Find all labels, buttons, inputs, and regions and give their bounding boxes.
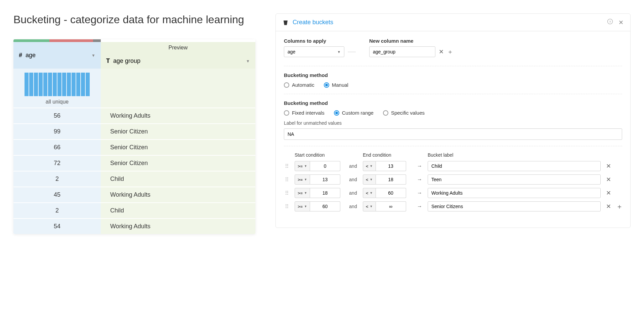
- end-value-input[interactable]: [376, 161, 406, 171]
- text-type-icon: T: [106, 57, 110, 65]
- columns-to-apply-select[interactable]: age ▼: [284, 46, 344, 57]
- page-title: Bucketing - categorize data for machine …: [13, 13, 255, 26]
- chevron-down-icon: ▼: [337, 50, 341, 54]
- add-column-icon[interactable]: ＋: [447, 48, 453, 56]
- close-icon[interactable]: ✕: [618, 19, 624, 26]
- bucket-row: ⠿>=▼and<▼→✕＋: [284, 201, 622, 211]
- column-name-group: age group: [113, 57, 140, 65]
- radio-manual-label: Manual: [332, 82, 348, 88]
- end-value-input[interactable]: [376, 174, 406, 185]
- table-row: 72Senior Citizen: [13, 155, 255, 171]
- drag-handle-icon[interactable]: ⠿: [284, 163, 290, 169]
- start-value-input[interactable]: [310, 201, 340, 211]
- arrow-icon: →: [416, 190, 423, 196]
- and-text: and: [348, 163, 358, 169]
- bucket-row: ⠿>=▼and<▼→✕: [284, 188, 622, 198]
- bucket-label-input[interactable]: [428, 161, 601, 171]
- end-value-input[interactable]: [376, 201, 406, 211]
- table-row: 99Senior Citizen: [13, 123, 255, 139]
- cell-age: 2: [13, 171, 101, 187]
- table-row: 56Working Adults: [13, 108, 255, 123]
- end-operator-select[interactable]: <▼: [363, 174, 376, 185]
- cell-age: 66: [13, 140, 101, 155]
- bucket-label-input[interactable]: [428, 201, 601, 211]
- help-icon[interactable]: ?: [607, 18, 613, 26]
- preview-label: Preview: [101, 42, 255, 53]
- cell-group: Child: [101, 171, 255, 187]
- start-operator-select[interactable]: >=▼: [295, 161, 310, 171]
- radio-specific-values[interactable]: Specific values: [383, 110, 425, 116]
- and-text: and: [348, 204, 358, 209]
- cell-group: Senior Citizen: [101, 156, 255, 171]
- svg-text:?: ?: [609, 20, 611, 24]
- unmatched-value-input[interactable]: [284, 128, 622, 140]
- arrow-icon: →: [416, 163, 423, 169]
- chevron-down-icon[interactable]: ▼: [91, 53, 95, 58]
- remove-bucket-icon[interactable]: ✕: [605, 203, 611, 210]
- remove-bucket-icon[interactable]: ✕: [605, 162, 611, 170]
- end-operator-select[interactable]: <▼: [363, 161, 376, 171]
- panel-header: Create buckets ? ✕: [276, 14, 630, 31]
- clear-column-icon[interactable]: ✕: [439, 48, 444, 55]
- radio-custom-label: Custom range: [342, 110, 374, 116]
- drag-handle-icon[interactable]: ⠿: [284, 190, 290, 196]
- bucket-header-label: Bucket label: [428, 152, 622, 158]
- end-value-input[interactable]: [376, 188, 406, 198]
- end-operator-select[interactable]: <▼: [363, 201, 376, 211]
- radio-automatic[interactable]: Automatic: [284, 82, 314, 88]
- histogram-bars: [19, 73, 95, 96]
- bucket-label-input[interactable]: [428, 188, 601, 198]
- chevron-down-icon[interactable]: ▼: [246, 59, 250, 64]
- histogram-label: all unique: [19, 99, 95, 105]
- columns-to-apply-value: age: [288, 49, 295, 54]
- new-column-name-input[interactable]: [369, 46, 435, 57]
- table-row: 54Working Adults: [13, 218, 255, 234]
- and-text: and: [348, 177, 358, 182]
- start-value-input[interactable]: [310, 161, 340, 171]
- drag-handle-icon[interactable]: ⠿: [284, 176, 290, 183]
- table-row: 45Working Adults: [13, 187, 255, 202]
- column-header-group[interactable]: T age group ▼: [101, 53, 255, 69]
- cell-group: Working Adults: [101, 108, 255, 123]
- bucket-header-start: Start condition: [295, 152, 343, 158]
- histogram-cell-empty: [101, 69, 255, 108]
- cell-age: 2: [13, 203, 101, 218]
- remove-bucket-icon[interactable]: ✕: [605, 176, 611, 183]
- table-row: 2Child: [13, 171, 255, 187]
- bucketing-method-label: Bucketing method: [284, 72, 622, 78]
- columns-to-apply-label: Columns to apply: [284, 38, 356, 44]
- hash-icon: #: [19, 52, 22, 59]
- start-operator-select[interactable]: >=▼: [295, 201, 310, 211]
- cell-age: 99: [13, 124, 101, 139]
- radio-custom-range[interactable]: Custom range: [334, 110, 374, 116]
- radio-manual[interactable]: Manual: [324, 82, 348, 88]
- start-operator-select[interactable]: >=▼: [295, 174, 310, 185]
- bucket-icon: [283, 19, 289, 26]
- cell-group: Child: [101, 203, 255, 218]
- radio-specific-label: Specific values: [391, 110, 425, 116]
- range-method-label: Bucketing method: [284, 100, 622, 106]
- start-operator-select[interactable]: >=▼: [295, 188, 310, 198]
- connector-line: [348, 52, 356, 52]
- cell-age: 72: [13, 156, 101, 171]
- start-value-input[interactable]: [310, 174, 340, 185]
- arrow-icon: →: [416, 203, 423, 209]
- and-text: and: [348, 190, 358, 196]
- bucket-row: ⠿>=▼and<▼→✕: [284, 174, 622, 185]
- cell-age: 54: [13, 219, 101, 234]
- histogram-cell: all unique: [13, 69, 101, 108]
- cell-group: Senior Citizen: [101, 140, 255, 155]
- bucket-label-input[interactable]: [428, 174, 601, 185]
- add-bucket-icon[interactable]: ＋: [616, 202, 622, 211]
- radio-fixed-label: Fixed intervals: [292, 110, 325, 116]
- radio-fixed-intervals[interactable]: Fixed intervals: [284, 110, 325, 116]
- cell-group: Senior Citizen: [101, 124, 255, 139]
- new-column-name-label: New column name: [369, 38, 453, 44]
- column-header-age[interactable]: # age ▼: [13, 42, 101, 69]
- end-operator-select[interactable]: <▼: [363, 188, 376, 198]
- column-name-age: age: [26, 52, 36, 59]
- drag-handle-icon[interactable]: ⠿: [284, 203, 290, 210]
- start-value-input[interactable]: [310, 188, 340, 198]
- radio-automatic-label: Automatic: [292, 82, 314, 88]
- remove-bucket-icon[interactable]: ✕: [605, 189, 611, 197]
